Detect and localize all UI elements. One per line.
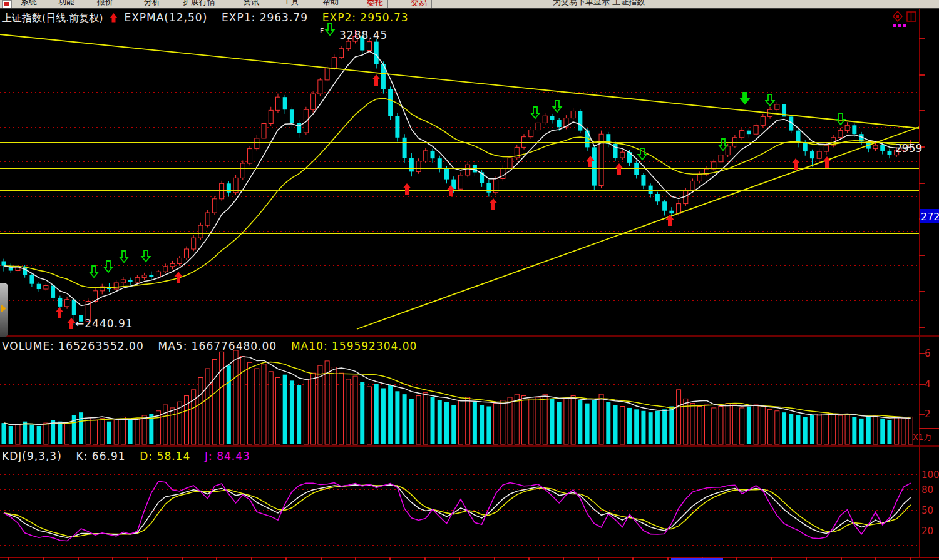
chart-canvas[interactable]: 3288.45F←2440.912959272642X1万100805020 [0, 0, 939, 560]
kdj-grid [0, 474, 919, 545]
candle-down [149, 275, 153, 277]
magenta-dot [903, 24, 906, 27]
volume-bar-down [789, 414, 793, 444]
volume-bar-up [620, 407, 625, 445]
chart-corner-icons[interactable] [893, 11, 916, 27]
volume-bar-down [480, 405, 484, 444]
volume-bar-up [353, 376, 357, 444]
menu-item-1[interactable]: 系统 [21, 0, 37, 8]
candle-up [121, 280, 125, 283]
candle-up [873, 145, 878, 149]
menu-item-6[interactable]: 资讯 [243, 0, 259, 8]
volume-bar-down [58, 422, 62, 444]
panel-expander-tab[interactable] [0, 283, 8, 337]
trend-line[interactable] [357, 127, 919, 329]
volume-bar-up [529, 399, 533, 444]
menu-item-7[interactable]: 工具 [283, 0, 299, 8]
candle-up [501, 168, 505, 179]
menu-item-2[interactable]: 功能 [58, 0, 74, 8]
volume-value[interactable]: VOLUME: 165263552.00 [2, 340, 144, 352]
scrollbar-segment[interactable] [671, 558, 723, 560]
volume-bar-down [297, 385, 301, 444]
volume-bar-down [592, 400, 597, 444]
candle-down [550, 116, 554, 120]
candle-up [170, 263, 175, 266]
magenta-dot [893, 24, 896, 27]
volume-bar-up [192, 390, 196, 444]
candle-up [571, 111, 575, 118]
volume-bar-down [641, 411, 645, 444]
candle-up [761, 116, 765, 125]
volume-bar-up [212, 359, 217, 444]
volume-bar-down [381, 388, 386, 444]
candle-up [269, 110, 273, 123]
low-annotation: ←2440.91 [75, 317, 133, 330]
volume-bar-down [2, 423, 6, 444]
flag-annotation: F [320, 27, 324, 35]
app-icon[interactable] [2, 0, 12, 8]
axis-labels: 2959272642X1万100805020 [895, 142, 939, 537]
menu-item-9[interactable]: 委托 [362, 0, 388, 9]
menu-item-4[interactable]: 分析 [144, 0, 160, 8]
candle-down [290, 109, 294, 123]
volume-bar-down [747, 407, 751, 445]
candle-up [690, 181, 695, 190]
last-price-label: 2959 [895, 142, 922, 155]
volume-bar-down [431, 397, 435, 444]
volume-bar-up [543, 394, 547, 444]
candle-down [409, 158, 414, 171]
trend-line[interactable] [0, 34, 919, 128]
window-title: 为交易下单显示 上证指数 [553, 0, 645, 8]
volume-bar-up [16, 425, 20, 444]
volume-bar-down [655, 411, 660, 444]
volume-bar-down [360, 382, 364, 444]
up-arrow-icon [110, 13, 118, 25]
candle-up [824, 145, 828, 151]
volume-axis-label: 2 [925, 409, 931, 420]
volume-bar-up [684, 399, 688, 444]
volume-bar-down [880, 419, 885, 444]
candle-up [311, 94, 316, 109]
candle-up [740, 131, 744, 138]
sell-arrow-marker [120, 251, 128, 262]
candle-up [332, 58, 336, 68]
menu-item-5[interactable]: 扩展行情 [183, 0, 215, 8]
sell-arrow-marker [553, 101, 562, 112]
buy-arrow-marker [403, 183, 411, 195]
kdj-indicator-name[interactable]: KDJ(9,3,3) [2, 450, 62, 462]
kdj-lines [4, 481, 911, 541]
menu-item-10[interactable]: 交易 [406, 0, 432, 9]
menu-item-3[interactable]: 报价 [97, 0, 113, 8]
volume-bar-down [473, 402, 477, 444]
app-window: 3288.45F←2440.912959272642X1万100805020 系… [0, 0, 939, 560]
menu-item-8[interactable]: 帮助 [322, 0, 339, 8]
candle-up [212, 199, 217, 213]
volume-bar-up [458, 400, 463, 444]
candle-down [796, 131, 800, 143]
candle-up [156, 272, 161, 277]
candlestick-series[interactable] [2, 30, 913, 325]
candle-down [2, 261, 6, 265]
volume-bar-up [768, 409, 772, 444]
volume-bar-up [262, 364, 266, 444]
volume-bar-up [163, 405, 168, 444]
indicator-name[interactable]: EXPMA(12,50) [124, 11, 207, 24]
volume-bar-down [128, 420, 133, 444]
volume-bar-up [65, 423, 69, 444]
candle-up [198, 225, 203, 238]
volume-bar-up [346, 379, 351, 444]
volume-bar-up [571, 396, 575, 444]
candle-down [669, 211, 674, 213]
volume-bar-up [522, 396, 526, 444]
candle-up [339, 49, 344, 58]
volume-bar-down [796, 415, 800, 444]
volume-bar-up [311, 373, 316, 444]
volume-bar-up [255, 369, 259, 444]
volume-bar-up [233, 350, 238, 444]
candle-down [852, 125, 856, 134]
expand-arrow-icon [1, 305, 6, 312]
volume-bar-down [409, 399, 414, 444]
volume-bar-up [831, 414, 836, 444]
candle-down [649, 186, 653, 194]
candle-down [297, 123, 301, 133]
